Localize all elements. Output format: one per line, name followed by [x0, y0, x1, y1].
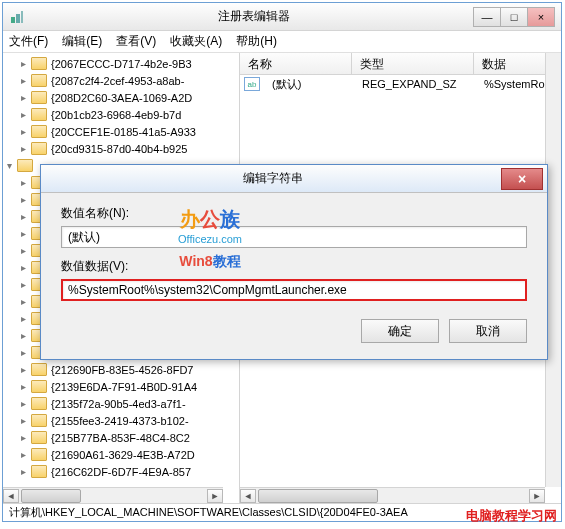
dialog-buttons: 确定 取消: [61, 319, 527, 343]
expand-icon[interactable]: ▸: [21, 75, 31, 86]
expand-icon[interactable]: ▸: [21, 262, 31, 273]
menu-edit[interactable]: 编辑(E): [62, 33, 102, 50]
expand-icon[interactable]: ▸: [21, 364, 31, 375]
svg-rect-0: [11, 17, 15, 23]
list-header: 名称 类型 数据: [240, 53, 561, 75]
value-name-input[interactable]: [61, 226, 527, 248]
list-row[interactable]: ab (默认) REG_EXPAND_SZ %SystemRo: [240, 75, 561, 93]
expand-icon[interactable]: ▸: [21, 92, 31, 103]
expand-icon[interactable]: ▸: [21, 466, 31, 477]
scroll-right-icon[interactable]: ►: [207, 489, 223, 503]
folder-icon: [31, 142, 47, 155]
list-scrollbar-h[interactable]: ◄ ►: [240, 487, 545, 503]
tree-item-label: {208D2C60-3AEA-1069-A2D: [51, 92, 192, 104]
menubar: 文件(F) 编辑(E) 查看(V) 收藏夹(A) 帮助(H): [3, 31, 561, 53]
dialog-close-button[interactable]: ×: [501, 168, 543, 190]
tree-item-label: {212690FB-83E5-4526-8FD7: [51, 364, 193, 376]
expand-icon[interactable]: ▸: [21, 296, 31, 307]
expand-icon[interactable]: ▸: [21, 245, 31, 256]
dialog-titlebar[interactable]: 编辑字符串 ×: [41, 165, 547, 193]
minimize-button[interactable]: —: [473, 7, 501, 27]
dialog-title: 编辑字符串: [45, 170, 501, 187]
scroll-thumb[interactable]: [258, 489, 378, 503]
tree-item-label: {20CCEF1E-0185-41a5-A933: [51, 126, 196, 138]
folder-icon: [31, 414, 47, 427]
tree-item-label: {2155fee3-2419-4373-b102-: [51, 415, 189, 427]
titlebar[interactable]: 注册表编辑器 — □ ×: [3, 3, 561, 31]
cell-name: (默认): [264, 77, 354, 92]
close-button[interactable]: ×: [527, 7, 555, 27]
expand-icon[interactable]: ▸: [21, 313, 31, 324]
expand-icon[interactable]: ▸: [21, 347, 31, 358]
expand-icon[interactable]: ▸: [21, 126, 31, 137]
tree-item[interactable]: ▸{2135f72a-90b5-4ed3-a7f1-: [3, 395, 239, 412]
tree-item[interactable]: ▸{2067ECCC-D717-4b2e-9B3: [3, 55, 239, 72]
menu-view[interactable]: 查看(V): [116, 33, 156, 50]
expand-icon[interactable]: ▸: [21, 194, 31, 205]
tree-item-label: {2139E6DA-7F91-4B0D-91A4: [51, 381, 197, 393]
tree-item-label: {216C62DF-6D7F-4E9A-857: [51, 466, 191, 478]
tree-item[interactable]: ▸{20cd9315-87d0-40b4-b925: [3, 140, 239, 157]
expand-icon[interactable]: ▸: [21, 177, 31, 188]
scroll-thumb[interactable]: [21, 489, 81, 503]
reg-value-icon: ab: [244, 77, 260, 91]
svg-rect-1: [16, 14, 20, 23]
expand-icon[interactable]: ▸: [21, 279, 31, 290]
folder-icon: [31, 74, 47, 87]
tree-item[interactable]: ▸{20b1cb23-6968-4eb9-b7d: [3, 106, 239, 123]
folder-icon: [31, 108, 47, 121]
ok-button[interactable]: 确定: [361, 319, 439, 343]
tree-item[interactable]: ▸{212690FB-83E5-4526-8FD7: [3, 361, 239, 378]
cell-data: %SystemRo: [476, 78, 553, 90]
expand-icon[interactable]: ▾: [7, 160, 17, 171]
tree-item-label: {21690A61-3629-4E3B-A72D: [51, 449, 195, 461]
value-data-label: 数值数据(V):: [61, 258, 527, 275]
folder-icon: [31, 57, 47, 70]
menu-help[interactable]: 帮助(H): [236, 33, 277, 50]
tree-item-label: {2135f72a-90b5-4ed3-a7f1-: [51, 398, 186, 410]
menu-file[interactable]: 文件(F): [9, 33, 48, 50]
tree-item[interactable]: ▸{2087c2f4-2cef-4953-a8ab-: [3, 72, 239, 89]
statusbar: 计算机\HKEY_LOCAL_MACHINE\SOFTWARE\Classes\…: [3, 503, 561, 521]
scroll-left-icon[interactable]: ◄: [240, 489, 256, 503]
value-name-label: 数值名称(N):: [61, 205, 527, 222]
tree-item[interactable]: ▸{20CCEF1E-0185-41a5-A933: [3, 123, 239, 140]
window-title: 注册表编辑器: [33, 8, 474, 25]
window-controls: — □ ×: [474, 7, 555, 27]
expand-icon[interactable]: ▸: [21, 415, 31, 426]
tree-item[interactable]: ▸{215B77BA-853F-48C4-8C2: [3, 429, 239, 446]
folder-icon: [31, 431, 47, 444]
expand-icon[interactable]: ▸: [21, 330, 31, 341]
tree-item[interactable]: ▸{208D2C60-3AEA-1069-A2D: [3, 89, 239, 106]
expand-icon[interactable]: ▸: [21, 109, 31, 120]
expand-icon[interactable]: ▸: [21, 449, 31, 460]
col-name[interactable]: 名称: [240, 53, 352, 74]
maximize-button[interactable]: □: [500, 7, 528, 27]
scroll-right-icon[interactable]: ►: [529, 489, 545, 503]
scroll-left-icon[interactable]: ◄: [3, 489, 19, 503]
tree-item[interactable]: ▸{2155fee3-2419-4373-b102-: [3, 412, 239, 429]
folder-icon: [31, 125, 47, 138]
tree-item-label: {2087c2f4-2cef-4953-a8ab-: [51, 75, 184, 87]
regedit-icon: [9, 9, 25, 25]
folder-icon: [31, 465, 47, 478]
value-data-input[interactable]: [61, 279, 527, 301]
expand-icon[interactable]: ▸: [21, 211, 31, 222]
tree-scrollbar-h[interactable]: ◄ ►: [3, 487, 223, 503]
tree-item[interactable]: ▸{216C62DF-6D7F-4E9A-857: [3, 463, 239, 480]
expand-icon[interactable]: ▸: [21, 432, 31, 443]
expand-icon[interactable]: ▸: [21, 398, 31, 409]
tree-item[interactable]: ▸{2139E6DA-7F91-4B0D-91A4: [3, 378, 239, 395]
cell-type: REG_EXPAND_SZ: [354, 78, 476, 90]
expand-icon[interactable]: ▸: [21, 228, 31, 239]
cancel-button[interactable]: 取消: [449, 319, 527, 343]
expand-icon[interactable]: ▸: [21, 143, 31, 154]
expand-icon[interactable]: ▸: [21, 381, 31, 392]
expand-icon[interactable]: ▸: [21, 58, 31, 69]
tree-item-label: {20b1cb23-6968-4eb9-b7d: [51, 109, 181, 121]
col-type[interactable]: 类型: [352, 53, 474, 74]
tree-item[interactable]: ▸{21690A61-3629-4E3B-A72D: [3, 446, 239, 463]
svg-rect-2: [21, 11, 23, 23]
menu-favorites[interactable]: 收藏夹(A): [170, 33, 222, 50]
tree-item-label: {215B77BA-853F-48C4-8C2: [51, 432, 190, 444]
